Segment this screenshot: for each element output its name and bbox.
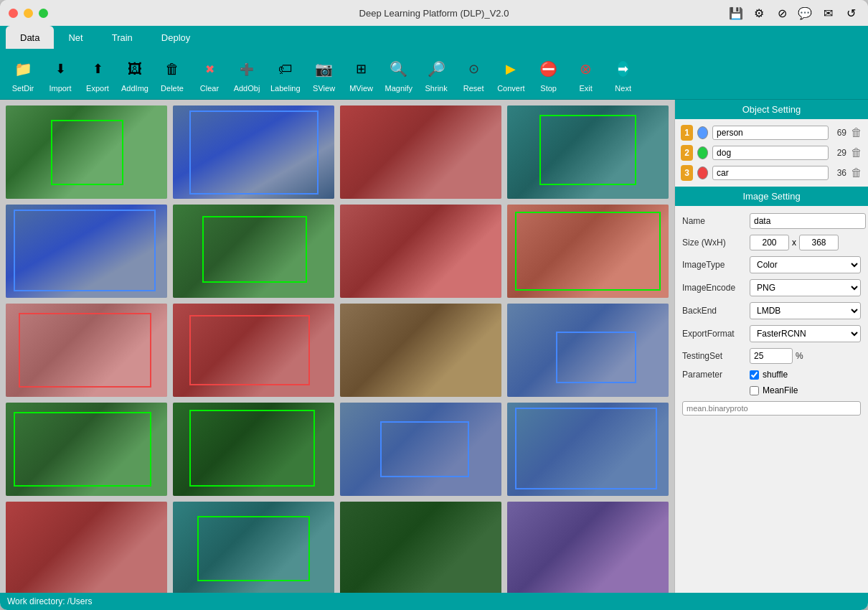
testingset-input[interactable] [750, 348, 793, 364]
list-item[interactable] [6, 502, 167, 593]
magnify-button[interactable]: Magnify [382, 53, 417, 95]
obj-color[interactable] [697, 146, 708, 159]
image-setting-section: Image Setting Name Size (WxH) x [675, 187, 868, 423]
obj-num: 2 [681, 145, 693, 161]
mail-icon[interactable]: ✉ [819, 4, 836, 22]
list-item[interactable] [507, 304, 669, 397]
meanfile-input-row [682, 401, 861, 416]
size-row: Size (WxH) x [682, 235, 861, 250]
export-label: Export [86, 84, 109, 93]
object-row: 3 36 🗑 [681, 165, 862, 181]
obj-count: 36 [833, 168, 846, 178]
tab-net[interactable]: Net [54, 26, 97, 49]
next-button[interactable]: Next [606, 53, 641, 95]
chat-icon[interactable]: 💬 [796, 4, 813, 22]
exportformat-select[interactable]: FasterRCNN YOLO SSD [750, 325, 861, 342]
app-window: Deep Learning Platform (DLP)_V2.0 💾 ⚙ ⊘ … [0, 0, 868, 610]
reset-button[interactable]: Reset [456, 53, 491, 95]
stop-button[interactable]: Stop [532, 53, 566, 95]
block-icon[interactable]: ⊘ [773, 4, 791, 22]
sview-icon [311, 55, 338, 83]
refresh-icon[interactable]: ↺ [842, 4, 859, 22]
clear-button[interactable]: Clear [192, 53, 227, 95]
obj-name-input[interactable] [712, 146, 829, 160]
list-item[interactable] [340, 403, 501, 496]
meanfile-checkbox[interactable] [750, 386, 759, 395]
bbox-overlay [556, 332, 637, 383]
obj-color[interactable] [697, 126, 708, 139]
list-item[interactable] [507, 205, 669, 298]
imageencode-select[interactable]: PNG JPG BMP [750, 279, 861, 296]
obj-delete-icon[interactable]: 🗑 [851, 126, 862, 139]
tab-deploy[interactable]: Deploy [147, 26, 204, 49]
addobj-button[interactable]: AddObj [230, 53, 264, 95]
imagetype-select[interactable]: Color Grayscale [750, 256, 861, 273]
delete-button[interactable]: Delete [155, 53, 189, 95]
mview-label: MView [349, 84, 373, 93]
list-item[interactable] [507, 105, 669, 199]
list-item[interactable] [340, 502, 501, 593]
exit-button[interactable]: Exit [569, 53, 603, 95]
list-item[interactable] [173, 105, 334, 199]
shuffle-checkbox[interactable] [750, 370, 759, 380]
convert-icon [497, 55, 524, 83]
magnify-icon [385, 55, 412, 83]
list-item[interactable] [173, 304, 334, 397]
tab-train[interactable]: Train [98, 26, 147, 49]
list-item[interactable] [173, 502, 334, 593]
list-item[interactable] [6, 403, 167, 496]
convert-button[interactable]: Convert [494, 53, 529, 95]
obj-delete-icon[interactable]: 🗑 [851, 166, 862, 179]
setdir-button[interactable]: SetDir [6, 53, 40, 95]
settings-icon[interactable]: ⚙ [750, 4, 768, 22]
labeling-label: Labeling [270, 84, 301, 93]
list-item[interactable] [340, 205, 501, 298]
list-item[interactable] [507, 502, 669, 593]
testingset-label: TestingSet [682, 351, 747, 361]
sview-button[interactable]: SView [307, 53, 341, 95]
list-item[interactable] [6, 304, 167, 397]
obj-color[interactable] [697, 166, 708, 179]
image-grid-container[interactable] [0, 100, 674, 593]
list-item[interactable] [6, 205, 167, 298]
bbox-overlay [19, 313, 151, 388]
clear-icon [196, 55, 223, 83]
addobj-icon [233, 55, 260, 83]
list-item[interactable] [173, 403, 334, 496]
maximize-button[interactable] [39, 9, 48, 18]
list-item[interactable] [173, 205, 334, 298]
mview-icon [348, 55, 375, 83]
name-input[interactable] [750, 213, 866, 229]
obj-delete-icon[interactable]: 🗑 [851, 146, 862, 159]
parameter-label: Parameter [682, 370, 747, 380]
list-item[interactable] [340, 304, 501, 397]
shrink-button[interactable]: Shrink [419, 53, 453, 95]
list-item[interactable] [340, 105, 501, 199]
obj-name-input[interactable] [712, 126, 829, 140]
list-item[interactable] [507, 403, 669, 496]
exportformat-label: ExportFormat [682, 329, 747, 339]
save-icon[interactable]: 💾 [727, 4, 745, 22]
width-input[interactable] [750, 235, 789, 250]
close-button[interactable] [9, 9, 18, 18]
image-setting-body: Name Size (WxH) x ImageType [675, 206, 868, 423]
testing-inputs: % [750, 348, 861, 364]
object-setting-header: Object Setting [675, 100, 868, 119]
height-input[interactable] [799, 235, 839, 250]
backend-row: BackEnd LMDB LevelDB HDF5 [682, 302, 861, 319]
addimg-button[interactable]: AddImg [118, 53, 152, 95]
mview-button[interactable]: MView [344, 53, 379, 95]
export-button[interactable]: Export [80, 53, 115, 95]
obj-name-input[interactable] [712, 166, 829, 180]
import-button[interactable]: Import [43, 53, 77, 95]
size-x: x [792, 238, 796, 248]
testingset-row: TestingSet % [682, 348, 861, 364]
backend-select[interactable]: LMDB LevelDB HDF5 [750, 302, 861, 319]
meanfile-input[interactable] [682, 401, 861, 416]
labeling-button[interactable]: Labeling [267, 53, 304, 95]
obj-count: 29 [833, 148, 846, 158]
obj-count: 69 [833, 128, 846, 138]
list-item[interactable] [6, 105, 167, 199]
tab-data[interactable]: Data [6, 26, 54, 49]
minimize-button[interactable] [24, 9, 33, 18]
